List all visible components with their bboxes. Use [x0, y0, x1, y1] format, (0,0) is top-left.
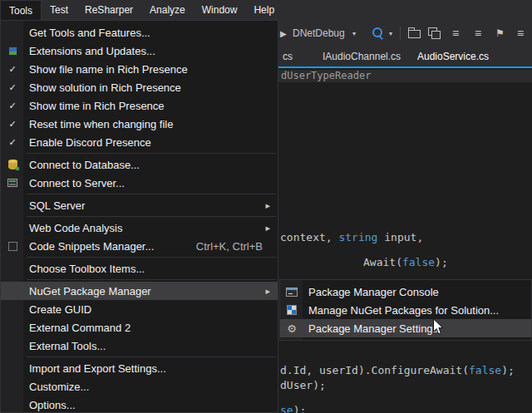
code-text: dUserTypeReader	[281, 70, 371, 81]
code-text: );	[501, 364, 515, 376]
checkmark-icon: ✓	[8, 82, 16, 93]
code-keyword: string	[338, 231, 377, 243]
menu-separator	[27, 257, 276, 258]
database-icon	[8, 160, 17, 170]
submenu-item-manage-nuget-packages[interactable]: Manage NuGet Packages for Solution...	[280, 301, 531, 319]
code-text: dUser);	[280, 379, 326, 391]
menu-separator	[27, 194, 276, 194]
menu-item-label: Package Manager Console	[303, 286, 439, 298]
code-line: dUser);	[280, 379, 326, 391]
menu-item-label: Create GUID	[24, 303, 91, 316]
menu-item-choose-toolbox-items[interactable]: Choose Toolbox Items...	[1, 259, 278, 278]
menu-item-create-guid[interactable]: Create GUID	[1, 300, 278, 318]
item-gutter: ✓	[1, 78, 24, 96]
menu-item-label: Web Code Analysis	[24, 222, 123, 234]
code-keyword: false	[469, 364, 501, 376]
code-text: );	[293, 404, 307, 413]
bookmark-icon[interactable]: ⚑	[495, 20, 505, 47]
menu-item-options[interactable]: Options...	[1, 396, 278, 413]
start-debug-icon[interactable]: ▶	[280, 20, 287, 47]
menu-item-connect-to-database[interactable]: Connect to Database...	[1, 155, 278, 174]
item-gutter	[1, 237, 24, 255]
code-line: context, string input,	[280, 231, 423, 243]
menu-item-label: External Tools...	[24, 340, 106, 352]
menu-item-show-time[interactable]: ✓Show time in Rich Presence	[1, 96, 278, 115]
item-gutter	[1, 300, 24, 318]
outdent-icon[interactable]: ≡	[452, 20, 459, 47]
menu-item-web-code-analysis[interactable]: Web Code Analysis▸	[1, 219, 278, 237]
search-icon[interactable]	[372, 20, 385, 47]
menu-item-external-tools[interactable]: External Tools...	[1, 337, 278, 355]
submenu-item-package-manager-console[interactable]: Package Manager Console	[280, 283, 531, 301]
indent-icon[interactable]: ≡	[475, 20, 481, 47]
submenu-arrow-icon: ▸	[265, 286, 278, 297]
debug-profile-dropdown[interactable]: DNetDebug	[293, 20, 345, 47]
submenu-arrow-icon: ▸	[265, 223, 278, 234]
new-window-icon[interactable]	[427, 20, 441, 47]
toolbar-separator	[400, 27, 401, 40]
gear-icon: ⚙	[287, 323, 297, 334]
menu-item-extensions-and-updates[interactable]: Extensions and Updates...	[1, 42, 278, 60]
code-text: context,	[280, 231, 338, 243]
menu-item-connect-to-server[interactable]: Connect to Server...	[1, 174, 278, 192]
console-icon	[286, 288, 298, 297]
tab-partial[interactable]: cs	[279, 47, 296, 66]
item-gutter	[1, 377, 24, 396]
menu-item-label: Show solution in Rich Presence	[24, 81, 181, 94]
item-gutter	[1, 282, 24, 300]
menu-item-import-export-settings[interactable]: Import and Export Settings...	[1, 359, 278, 377]
menu-resharper[interactable]: ReSharper	[76, 0, 141, 20]
tools-menu: Get Tools and Features... Extensions and…	[0, 20, 278, 413]
menu-item-external-command-2[interactable]: External Command 2	[1, 318, 278, 337]
menu-item-label: Manage NuGet Packages for Solution...	[303, 304, 499, 317]
chevron-down-icon[interactable]: ▾	[389, 20, 392, 47]
checkmark-icon: ✓	[8, 64, 16, 75]
nuget-submenu: Package Manager Console Manage NuGet Pac…	[279, 279, 532, 341]
tab-audioservice[interactable]: AudioService.cs	[414, 47, 492, 66]
item-gutter	[1, 174, 24, 192]
menu-item-label: Show file name in Rich Presence	[24, 63, 188, 76]
overflow-menu-icon[interactable]: ≡	[517, 20, 524, 47]
item-gutter: ✓	[1, 115, 24, 133]
code-line: se);	[280, 404, 306, 413]
code-keyword: false	[402, 256, 435, 268]
submenu-item-package-manager-settings[interactable]: ⚙Package Manager Settings	[280, 319, 531, 337]
menu-help[interactable]: Help	[245, 0, 283, 20]
menu-item-get-tools-and-features[interactable]: Get Tools and Features...	[1, 23, 278, 42]
menu-item-reset-time[interactable]: ✓Reset time when changing file	[1, 115, 278, 133]
menu-separator	[27, 216, 276, 217]
menu-item-customize[interactable]: Customize...	[1, 377, 278, 396]
menu-item-show-solution[interactable]: ✓Show solution in Rich Presence	[1, 78, 278, 96]
menu-item-label: Choose Toolbox Items...	[24, 263, 145, 275]
menu-item-code-snippets-manager[interactable]: Code Snippets Manager...Ctrl+K, Ctrl+B	[1, 237, 278, 255]
menu-item-label: Get Tools and Features...	[24, 27, 150, 39]
tab-iaudiochannel[interactable]: IAudioChannel.cs	[319, 47, 404, 66]
item-gutter	[1, 196, 24, 214]
chevron-down-icon[interactable]: ▾	[352, 20, 356, 47]
menu-test[interactable]: Test	[42, 0, 76, 20]
menu-item-label: Extensions and Updates...	[24, 45, 155, 57]
mouse-cursor-icon	[432, 318, 444, 336]
menu-item-sql-server[interactable]: SQL Server▸	[1, 196, 278, 214]
menu-tools[interactable]: Tools	[0, 0, 42, 20]
item-gutter	[1, 396, 24, 413]
menu-item-shortcut: Ctrl+K, Ctrl+B	[196, 240, 278, 253]
menu-window[interactable]: Window	[194, 0, 246, 20]
open-folder-icon[interactable]	[408, 20, 421, 47]
menu-item-label: NuGet Package Manager	[24, 285, 151, 297]
menu-item-label: Code Snippets Manager...	[24, 240, 154, 253]
item-gutter: ✓	[1, 133, 24, 151]
checkmark-icon: ✓	[8, 101, 16, 111]
menu-item-label: Options...	[24, 399, 76, 411]
code-snippets-icon	[8, 242, 17, 251]
code-text: Await(	[363, 256, 402, 268]
item-gutter	[1, 318, 24, 337]
item-gutter	[280, 301, 303, 319]
submenu-arrow-icon: ▸	[265, 200, 278, 211]
menu-separator	[27, 153, 276, 154]
menu-item-nuget-package-manager[interactable]: NuGet Package Manager▸	[1, 282, 278, 300]
menu-item-enable-discord-presence[interactable]: ✓Enable Discord Presence	[1, 133, 278, 151]
menu-analyze[interactable]: Analyze	[141, 0, 194, 20]
menu-item-show-file-name[interactable]: ✓Show file name in Rich Presence	[1, 60, 278, 78]
menu-item-label: Customize...	[24, 381, 89, 393]
